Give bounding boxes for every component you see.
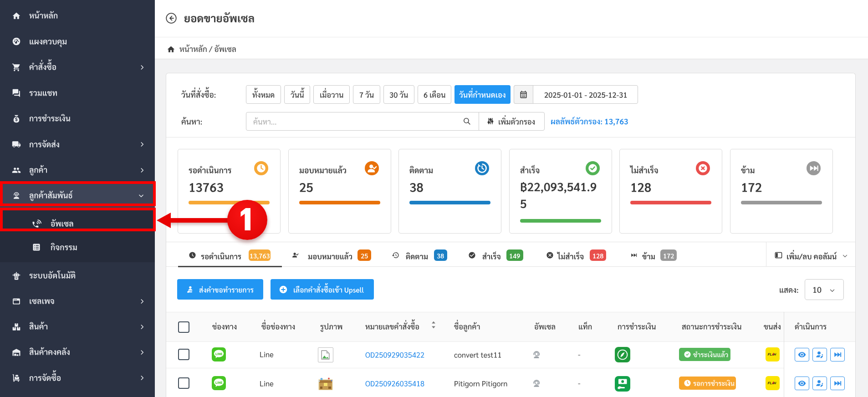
svg-text:H: H: [773, 381, 776, 385]
svg-text:H: H: [773, 352, 776, 356]
